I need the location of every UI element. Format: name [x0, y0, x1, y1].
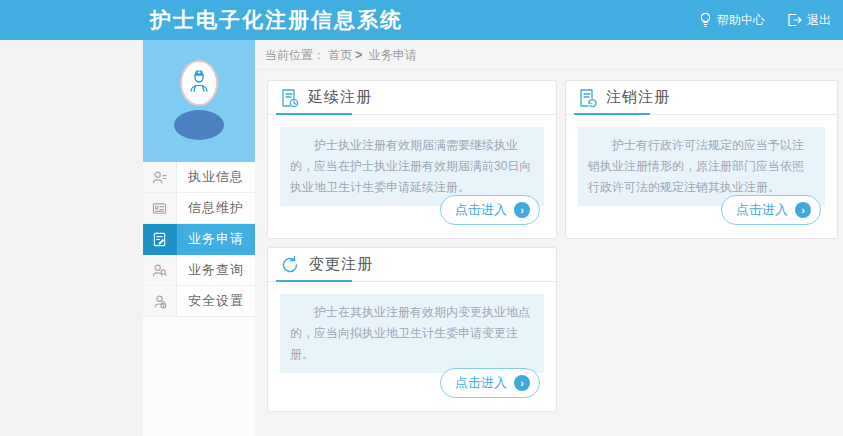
- title-underline: [276, 113, 352, 115]
- enter-button-label: 点击进入: [455, 201, 507, 219]
- logout-link[interactable]: 退出: [787, 12, 831, 29]
- breadcrumb: 当前位置： 首页> 业务申请: [255, 40, 843, 70]
- card-change-registration: 变更注册 护士在其执业注册有效期内变更执业地点的，应当向拟执业地卫生计生委申请变…: [267, 247, 557, 412]
- app-header: 护士电子化注册信息系统 帮助中心 退出: [0, 0, 843, 40]
- enter-button-continue[interactable]: 点击进入 ›: [440, 195, 540, 225]
- user-lock-icon: [143, 286, 177, 317]
- sidebar: 执业信息 信息维护: [143, 40, 255, 436]
- enter-button-label: 点击进入: [455, 374, 507, 392]
- change-arrow-icon: [280, 255, 300, 275]
- sidebar-item-business-application[interactable]: 业务申请: [143, 224, 255, 255]
- sidebar-item-info-maintenance[interactable]: 信息维护: [143, 193, 255, 224]
- arrow-right-icon: ›: [795, 202, 811, 218]
- sidebar-item-practice-info[interactable]: 执业信息: [143, 162, 255, 193]
- sidebar-item-label: 安全设置: [177, 286, 255, 317]
- help-center-label: 帮助中心: [717, 12, 765, 29]
- user-profile-icon: [143, 162, 177, 193]
- document-cancel-icon: [578, 88, 597, 108]
- nurse-avatar-icon: [188, 67, 210, 99]
- lightbulb-icon: [699, 12, 712, 28]
- card-description: 护士在其执业注册有效期内变更执业地点的，应当向拟执业地卫生计生委申请变更注册。: [280, 294, 544, 373]
- breadcrumb-separator: >: [355, 48, 362, 62]
- card-header: 延续注册: [268, 81, 556, 115]
- breadcrumb-current: 业务申请: [369, 48, 417, 62]
- card-title: 注销注册: [606, 88, 670, 107]
- card-title: 延续注册: [308, 88, 372, 107]
- card-header: 变更注册: [268, 248, 556, 282]
- breadcrumb-home-link[interactable]: 首页: [328, 48, 352, 62]
- enter-button-cancel[interactable]: 点击进入 ›: [721, 195, 821, 225]
- id-card-icon: [143, 193, 177, 224]
- sidebar-item-label: 业务申请: [177, 224, 255, 255]
- logout-label: 退出: [807, 12, 831, 29]
- page-title: 护士电子化注册信息系统: [150, 6, 403, 34]
- sidebar-item-label: 执业信息: [177, 162, 255, 193]
- document-edit-icon: [143, 224, 177, 255]
- arrow-right-icon: ›: [514, 375, 530, 391]
- breadcrumb-label: 当前位置：: [265, 48, 325, 62]
- arrow-right-icon: ›: [514, 202, 530, 218]
- help-center-link[interactable]: 帮助中心: [699, 12, 765, 29]
- card-cancel-registration: 注销注册 护士有行政许可法规定的应当予以注销执业注册情形的，原注册部门应当依照行…: [565, 80, 838, 239]
- sidebar-menu: 执业信息 信息维护: [143, 162, 255, 317]
- title-underline: [276, 280, 352, 282]
- enter-button-change[interactable]: 点击进入 ›: [440, 368, 540, 398]
- sidebar-item-business-query[interactable]: 业务查询: [143, 255, 255, 286]
- header-actions: 帮助中心 退出: [699, 0, 831, 40]
- title-underline: [574, 113, 650, 115]
- card-title: 变更注册: [309, 255, 373, 274]
- sidebar-item-label: 信息维护: [177, 193, 255, 224]
- app-window: 护士电子化注册信息系统 帮助中心 退出: [0, 0, 843, 436]
- card-continue-registration: 延续注册 护士执业注册有效期届满需要继续执业的，应当在护士执业注册有效期届满前3…: [267, 80, 557, 239]
- avatar[interactable]: [180, 60, 218, 106]
- card-header: 注销注册: [566, 81, 837, 115]
- user-search-icon: [143, 255, 177, 286]
- sidebar-item-label: 业务查询: [177, 255, 255, 286]
- enter-button-label: 点击进入: [736, 201, 788, 219]
- sidebar-item-security-settings[interactable]: 安全设置: [143, 286, 255, 317]
- main-content: 当前位置： 首页> 业务申请 延续注册 护士执业注册有效期届满需要继续执业的，应…: [255, 40, 843, 436]
- logout-icon: [787, 13, 802, 27]
- document-clock-icon: [280, 88, 299, 108]
- user-name-redacted: [174, 110, 224, 140]
- user-profile-block: [143, 40, 255, 162]
